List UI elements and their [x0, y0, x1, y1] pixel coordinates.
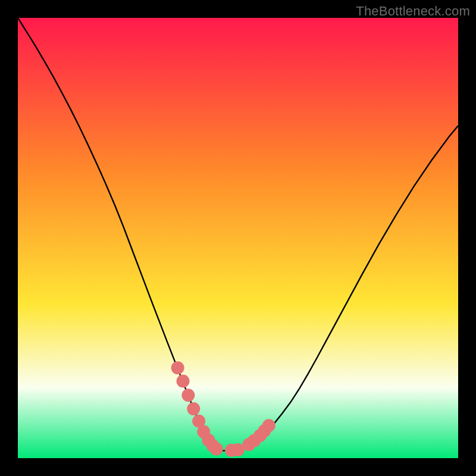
chart-background-gradient — [18, 18, 458, 458]
chart-frame — [18, 18, 458, 458]
chart-svg — [18, 18, 458, 458]
curve-marker — [262, 419, 275, 432]
curve-marker — [210, 442, 223, 455]
watermark-text: TheBottleneck.com — [356, 4, 470, 19]
curve-marker — [187, 402, 200, 415]
curve-marker — [181, 389, 195, 402]
curve-marker — [177, 375, 190, 388]
curve-marker — [171, 361, 184, 374]
